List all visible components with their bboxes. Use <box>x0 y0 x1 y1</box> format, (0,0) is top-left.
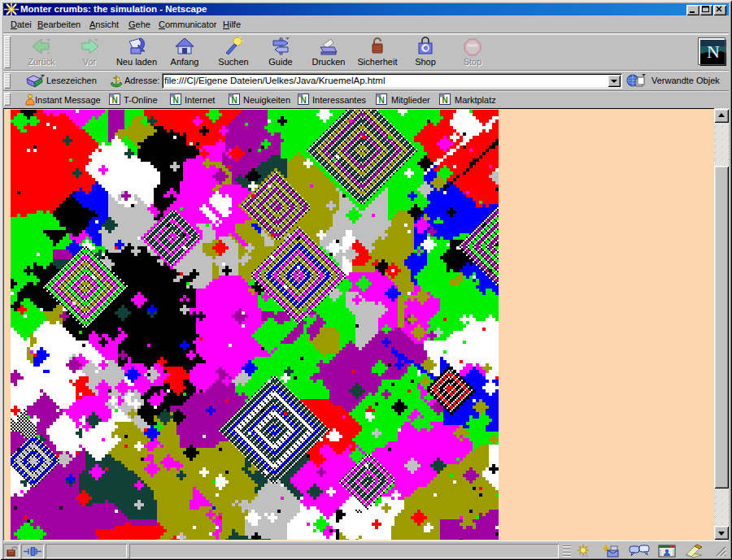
svg-text:N: N <box>442 96 447 105</box>
svg-text:N: N <box>300 96 306 105</box>
svg-text:N: N <box>172 96 178 105</box>
svg-text:N: N <box>707 41 720 62</box>
svg-text:N: N <box>111 96 117 105</box>
svg-text:N: N <box>378 96 384 105</box>
svg-text:N: N <box>231 96 237 105</box>
